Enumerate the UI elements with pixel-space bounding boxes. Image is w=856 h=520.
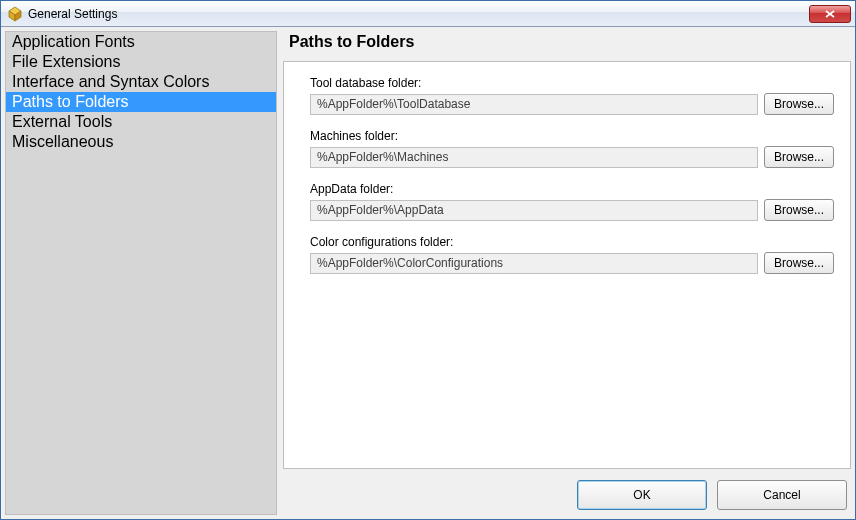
field-color-config: Color configurations folder: Browse... — [310, 235, 834, 274]
sidebar: Application Fonts File Extensions Interf… — [5, 31, 277, 515]
panel-body: Tool database folder: Browse... Machines… — [283, 61, 851, 469]
field-tool-database: Tool database folder: Browse... — [310, 76, 834, 115]
row-machines: Browse... — [310, 146, 834, 168]
field-machines: Machines folder: Browse... — [310, 129, 834, 168]
cancel-button[interactable]: Cancel — [717, 480, 847, 510]
titlebar: General Settings — [1, 1, 855, 27]
client-area: Application Fonts File Extensions Interf… — [1, 27, 855, 519]
sidebar-item-file-extensions[interactable]: File Extensions — [6, 52, 276, 72]
browse-appdata[interactable]: Browse... — [764, 199, 834, 221]
row-color-config: Browse... — [310, 252, 834, 274]
browse-tool-database[interactable]: Browse... — [764, 93, 834, 115]
main-area: Paths to Folders Tool database folder: B… — [283, 31, 851, 515]
label-machines: Machines folder: — [310, 129, 834, 143]
close-icon — [825, 10, 835, 18]
field-appdata: AppData folder: Browse... — [310, 182, 834, 221]
input-machines[interactable] — [310, 147, 758, 168]
label-color-config: Color configurations folder: — [310, 235, 834, 249]
close-button[interactable] — [809, 5, 851, 23]
input-tool-database[interactable] — [310, 94, 758, 115]
sidebar-item-application-fonts[interactable]: Application Fonts — [6, 32, 276, 52]
sidebar-item-paths-to-folders[interactable]: Paths to Folders — [6, 92, 276, 112]
label-tool-database: Tool database folder: — [310, 76, 834, 90]
sidebar-item-interface-syntax-colors[interactable]: Interface and Syntax Colors — [6, 72, 276, 92]
sidebar-item-external-tools[interactable]: External Tools — [6, 112, 276, 132]
window-title: General Settings — [28, 7, 809, 21]
button-bar: OK Cancel — [283, 475, 851, 515]
ok-button[interactable]: OK — [577, 480, 707, 510]
label-appdata: AppData folder: — [310, 182, 834, 196]
browse-machines[interactable]: Browse... — [764, 146, 834, 168]
sidebar-item-miscellaneous[interactable]: Miscellaneous — [6, 132, 276, 152]
panel-title: Paths to Folders — [283, 31, 851, 55]
browse-color-config[interactable]: Browse... — [764, 252, 834, 274]
input-appdata[interactable] — [310, 200, 758, 221]
app-icon — [7, 6, 23, 22]
input-color-config[interactable] — [310, 253, 758, 274]
row-tool-database: Browse... — [310, 93, 834, 115]
row-appdata: Browse... — [310, 199, 834, 221]
